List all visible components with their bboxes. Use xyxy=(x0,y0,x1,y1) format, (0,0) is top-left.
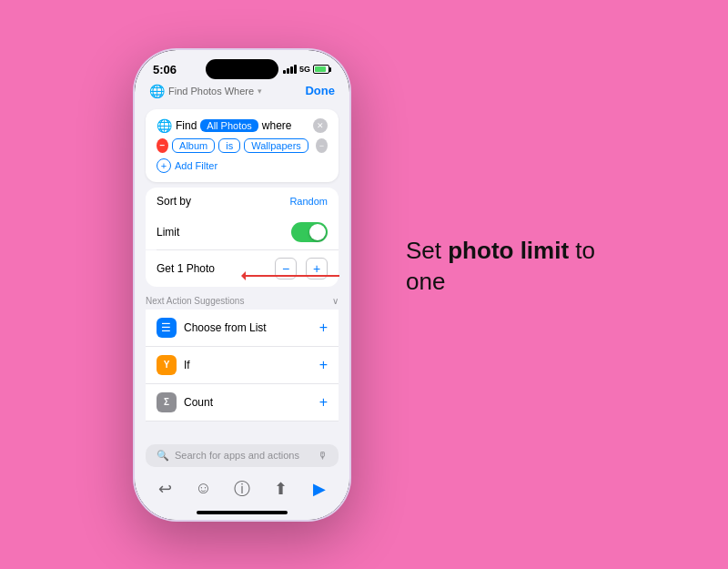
annotation-area: Set photo limit toone xyxy=(406,236,595,298)
annotation-bold: photo limit xyxy=(448,237,569,264)
add-filter-row[interactable]: + Add Filter xyxy=(157,158,328,173)
scene: 5:06 5G 🌐 xyxy=(0,0,728,569)
is-token[interactable]: is xyxy=(218,138,240,153)
status-icons: 5G xyxy=(283,65,331,74)
sort-label: Sort by xyxy=(157,195,191,208)
suggestion-count-left: Σ Count xyxy=(157,392,213,412)
chevron-down-icon: ▾ xyxy=(258,86,262,96)
limit-label: Limit xyxy=(157,226,179,239)
suggestion-if[interactable]: Y If + xyxy=(146,347,339,384)
search-bar[interactable]: 🔍 Search for apps and actions 🎙 xyxy=(146,444,339,467)
add-suggestion-1-button[interactable]: + xyxy=(319,320,328,336)
content-area: 🌐 Find All Photos where ✕ − Album is Wal… xyxy=(135,104,349,520)
find-row: 🌐 Find All Photos where ✕ xyxy=(157,118,328,133)
time-display: 5:06 xyxy=(153,63,177,76)
signal-icon xyxy=(283,65,297,74)
remove-button[interactable]: ✕ xyxy=(313,118,328,133)
screen: 5:06 5G 🌐 xyxy=(135,50,349,520)
suggestion-label-2: If xyxy=(184,359,190,371)
search-placeholder: Search for apps and actions xyxy=(175,450,299,461)
get-photo-row: Get 1 Photo − + xyxy=(146,250,339,287)
find-emoji-icon: 🌐 xyxy=(157,118,172,133)
suggestion-choose-from-list[interactable]: ☰ Choose from List + xyxy=(146,310,339,347)
limit-toggle[interactable] xyxy=(291,222,328,242)
suggestion-left: ☰ Choose from List xyxy=(157,318,267,338)
bottom-navigation: ↩ ☺ ⓘ ⬆ ▶ xyxy=(135,471,349,511)
album-row: − Album is Wallpapers − xyxy=(157,138,328,153)
suggestions-header: Next Action Suggestions ∨ xyxy=(135,292,349,310)
sort-by-row[interactable]: Sort by Random xyxy=(146,188,339,215)
suggestion-label-1: Choose from List xyxy=(184,321,267,334)
add-circle-icon: + xyxy=(157,158,171,173)
suggestion-label-3: Count xyxy=(184,396,213,409)
smiley-button[interactable]: ☺ xyxy=(191,476,217,502)
done-button[interactable]: Done xyxy=(305,84,335,97)
wallpapers-token[interactable]: Wallpapers xyxy=(244,138,308,153)
album-token[interactable]: Album xyxy=(172,138,215,153)
add-suggestion-3-button[interactable]: + xyxy=(319,394,328,411)
suggestion-count[interactable]: Σ Count + xyxy=(146,384,339,422)
suggestions-chevron-icon: ∨ xyxy=(332,296,339,306)
info-button[interactable]: ⓘ xyxy=(229,476,255,502)
share-button[interactable]: ⬆ xyxy=(268,476,293,502)
add-suggestion-2-button[interactable]: + xyxy=(319,357,328,373)
find-card: 🌐 Find All Photos where ✕ − Album is Wal… xyxy=(146,109,339,182)
back-button[interactable]: ↩ xyxy=(152,476,177,502)
list-icon: ☰ xyxy=(157,318,177,338)
if-icon: Y xyxy=(157,355,177,375)
dynamic-island xyxy=(206,59,278,79)
network-badge: 5G xyxy=(299,65,310,74)
battery-icon xyxy=(313,65,331,74)
microphone-icon[interactable]: 🎙 xyxy=(318,450,328,461)
decrement-button[interactable]: − xyxy=(275,258,297,279)
annotation-text: Set photo limit toone xyxy=(406,236,595,298)
where-label: where xyxy=(262,119,292,132)
remove-album-button[interactable]: − xyxy=(316,138,328,153)
photo-stepper: − + xyxy=(275,258,328,279)
search-icon: 🔍 xyxy=(157,450,169,462)
phone-inner: 5:06 5G 🌐 xyxy=(135,50,349,520)
play-button[interactable]: ▶ xyxy=(307,476,332,502)
find-label: Find xyxy=(176,119,197,132)
home-indicator xyxy=(197,511,288,514)
get-photo-label: Get 1 Photo xyxy=(157,262,215,275)
spacer xyxy=(135,422,349,439)
sort-value: Random xyxy=(289,196,328,207)
all-photos-token[interactable]: All Photos xyxy=(200,119,258,132)
nav-title-area: 🌐 Find Photos Where ▾ xyxy=(149,84,262,98)
suggestion-if-left: Y If xyxy=(157,355,190,375)
suggestions-title: Next Action Suggestions xyxy=(146,296,244,306)
add-filter-label: Add Filter xyxy=(175,160,217,171)
count-icon: Σ xyxy=(157,392,177,412)
toggle-knob xyxy=(309,224,326,240)
limit-row: Limit xyxy=(146,215,339,249)
phone-shell: 5:06 5G 🌐 xyxy=(133,48,351,522)
bottom-area: 🔍 Search for apps and actions 🎙 xyxy=(135,439,349,471)
remove-filter-button[interactable]: − xyxy=(157,138,168,153)
nav-emoji-icon: 🌐 xyxy=(149,84,165,98)
navigation-bar: 🌐 Find Photos Where ▾ Done xyxy=(135,80,349,104)
increment-button[interactable]: + xyxy=(306,258,328,279)
nav-title-text: Find Photos Where xyxy=(168,86,254,97)
